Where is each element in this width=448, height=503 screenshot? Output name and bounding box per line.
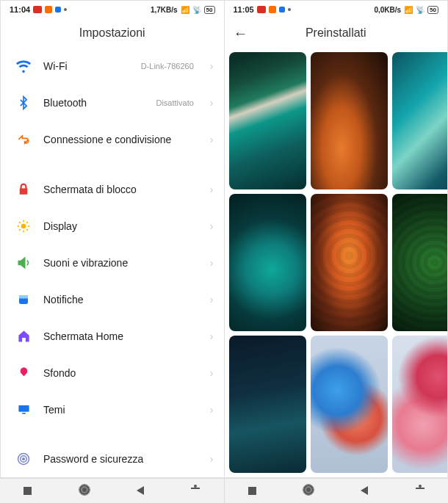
settings-item-wifi[interactable]: Wi-Fi D-Link-786260 › [1, 48, 224, 84]
back-button[interactable]: ← [234, 25, 248, 42]
svg-point-7 [23, 458, 25, 460]
chevron-right-icon: › [210, 60, 214, 72]
recents-button[interactable] [24, 485, 32, 497]
fingerprint-icon [15, 451, 32, 467]
chevron-right-icon: › [210, 404, 214, 416]
svg-rect-4 [22, 413, 26, 414]
home-button[interactable] [303, 485, 314, 497]
chevron-right-icon: › [210, 220, 214, 232]
wallpaper-thumbnail[interactable] [229, 194, 306, 331]
chevron-right-icon: › [210, 294, 214, 305]
battery-icon: 50 [427, 6, 438, 14]
settings-label: Password e sicurezza [43, 453, 194, 465]
accessibility-button[interactable] [191, 485, 200, 497]
lock-icon [15, 181, 32, 198]
header: Impostazioni [1, 18, 224, 48]
status-left: 11:04 [10, 5, 67, 14]
wallpaper-thumbnail[interactable] [311, 336, 388, 473]
settings-label: Notifiche [43, 294, 194, 305]
page-title: Impostazioni [79, 26, 145, 40]
share-icon [15, 131, 32, 148]
gmail-icon [33, 6, 42, 13]
settings-item-connection[interactable]: Connessione e condivisione › [1, 121, 224, 158]
app-icon-blue [279, 7, 285, 12]
settings-label: Schermata Home [43, 330, 194, 342]
phones-row: 11:04 1,7KB/s 📶 📡 50 Impostazioni [0, 0, 448, 478]
app-icon-orange [269, 6, 276, 13]
back-button[interactable] [361, 485, 368, 497]
header: ← Preinstallati [225, 18, 448, 48]
battery-icon: 50 [204, 6, 215, 14]
status-right: 0,0KB/s 📶 📡 50 [374, 6, 438, 14]
back-button[interactable] [137, 485, 144, 497]
wallpaper-thumbnail[interactable] [392, 52, 447, 189]
settings-item-wallpaper[interactable]: Sfondo › [1, 355, 224, 391]
bluetooth-icon [15, 95, 32, 111]
chevron-right-icon: › [210, 257, 214, 269]
settings-item-sound[interactable]: Suoni e vibrazione › [1, 245, 224, 281]
recents-button[interactable] [248, 485, 256, 497]
home-button[interactable] [79, 485, 90, 497]
signal-icon: 📶 [404, 6, 413, 14]
nav-right-phone [225, 479, 449, 503]
svg-rect-2 [19, 295, 28, 299]
wallpaper-thumbnail[interactable] [392, 336, 447, 473]
settings-label: Connessione e condivisione [43, 134, 194, 145]
themes-icon [15, 402, 32, 418]
network-speed: 1,7KB/s [151, 6, 178, 14]
chevron-right-icon: › [210, 367, 214, 379]
volume-icon [15, 255, 32, 271]
settings-item-bluetooth[interactable]: Bluetooth Disattivato › [1, 84, 224, 121]
chevron-right-icon: › [210, 97, 214, 109]
settings-item-display[interactable]: Display › [1, 208, 224, 245]
status-bar: 11:04 1,7KB/s 📶 📡 50 [1, 1, 224, 18]
settings-item-themes[interactable]: Temi › [1, 391, 224, 428]
svg-point-0 [21, 223, 26, 228]
settings-item-homescreen[interactable]: Schermata Home › [1, 318, 224, 355]
svg-rect-3 [18, 405, 29, 412]
nav-left-phone [0, 479, 225, 503]
settings-item-notifications[interactable]: Notifiche › [1, 281, 224, 318]
app-icon-orange [45, 6, 52, 13]
settings-label: Temi [43, 404, 194, 416]
wallpaper-thumbnail[interactable] [392, 194, 447, 331]
phone-settings: 11:04 1,7KB/s 📶 📡 50 Impostazioni [0, 0, 224, 478]
settings-item-security[interactable]: Password e sicurezza › [1, 441, 224, 477]
settings-label: Display [43, 220, 194, 232]
wallpaper-icon [15, 365, 32, 381]
settings-item-lockscreen[interactable]: Schermata di blocco › [1, 171, 224, 208]
status-right: 1,7KB/s 📶 📡 50 [151, 6, 215, 14]
chevron-right-icon: › [210, 184, 214, 195]
wallpaper-thumbnail[interactable] [229, 336, 306, 473]
network-speed: 0,0KB/s [374, 6, 401, 14]
settings-label: Bluetooth [43, 97, 144, 109]
settings-value: D-Link-786260 [141, 62, 194, 70]
section-divider [1, 158, 224, 171]
page-title: Preinstallati [306, 26, 366, 40]
settings-list[interactable]: Wi-Fi D-Link-786260 › Bluetooth Disattiv… [1, 48, 224, 477]
status-left: 11:05 [234, 5, 291, 14]
settings-value: Disattivato [156, 98, 193, 107]
more-icon [64, 8, 67, 11]
signal-icon: 📶 [181, 6, 189, 14]
more-icon [288, 8, 291, 11]
screenshot-container: 11:04 1,7KB/s 📶 📡 50 Impostazioni [0, 0, 448, 503]
accessibility-button[interactable] [416, 485, 424, 497]
gmail-icon [257, 6, 266, 13]
chevron-right-icon: › [210, 330, 214, 342]
status-time: 11:05 [234, 5, 254, 14]
settings-label: Wi-Fi [43, 60, 129, 72]
app-icon-blue [55, 7, 61, 12]
wallpaper-thumbnail[interactable] [229, 52, 306, 189]
section-divider [1, 428, 224, 441]
wifi-icon: 📡 [416, 6, 424, 14]
settings-label: Suoni e vibrazione [43, 257, 194, 269]
wifi-icon [15, 58, 32, 74]
status-bar: 11:05 0,0KB/s 📶 📡 50 [225, 1, 448, 18]
chevron-right-icon: › [210, 134, 214, 145]
wallpaper-thumbnail[interactable] [311, 52, 388, 189]
wallpaper-grid[interactable] [225, 48, 448, 477]
wallpaper-thumbnail[interactable] [311, 194, 388, 331]
wifi-icon: 📡 [192, 6, 201, 14]
chevron-right-icon: › [210, 453, 214, 465]
